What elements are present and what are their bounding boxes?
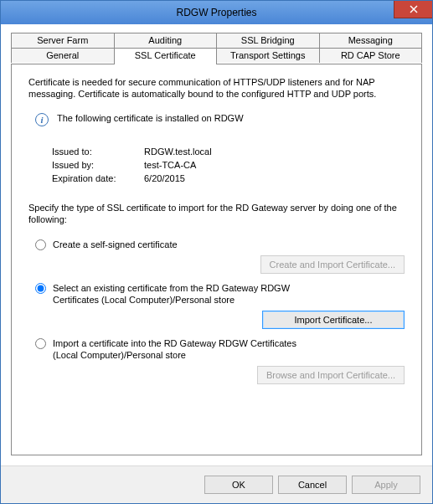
issued-by-value: test-TCA-CA [144,160,196,170]
info-icon: i [35,113,49,126]
tab-ssl-certificate[interactable]: SSL Certificate [114,48,218,64]
cancel-button[interactable]: Cancel [278,476,347,494]
radio-import-certificate[interactable] [35,338,46,349]
close-button[interactable] [394,1,432,18]
tab-messaging[interactable]: Messaging [319,33,423,48]
tab-rd-cap-store[interactable]: RD CAP Store [319,48,423,63]
create-import-certificate-button: Create and Import Certificate... [260,255,405,274]
tab-server-farm[interactable]: Server Farm [11,33,115,48]
title-bar[interactable]: RDGW Properties [1,1,432,24]
radio-select-label: Select an existing certificate from the … [53,282,321,306]
specify-text: Specify the type of SSL certificate to i… [28,202,405,225]
radio-create-label: Create a self-signed certificate [53,239,178,250]
tab-panel-ssl-certificate: Certificate is needed for secure communi… [11,64,422,455]
browse-import-certificate-button: Browse and Import Certificate... [257,366,405,384]
ok-button[interactable]: OK [204,476,273,494]
tab-ssl-bridging[interactable]: SSL Bridging [216,33,320,48]
intro-text: Certificate is needed for secure communi… [28,76,405,100]
installed-certificate-text: The following certificate is installed o… [57,113,244,123]
issued-to-label: Issued to: [52,147,144,157]
radio-create-self-signed[interactable] [35,239,46,250]
tab-general[interactable]: General [11,48,115,63]
tab-transport-settings[interactable]: Transport Settings [216,48,320,63]
tab-strip: Server Farm Auditing SSL Bridging Messag… [11,33,422,64]
close-icon [410,5,418,13]
expiration-label: Expiration date: [52,173,144,183]
expiration-value: 6/20/2015 [144,173,185,183]
apply-button: Apply [352,476,420,494]
issued-by-label: Issued by: [52,160,144,170]
certificate-details: Issued to: RDGW.test.local Issued by: te… [52,147,405,183]
radio-import-label: Import a certificate into the RD Gateway… [53,337,321,361]
dialog-window: RDGW Properties Server Farm Auditing SSL… [0,0,433,504]
window-title: RDGW Properties [176,7,256,18]
issued-to-value: RDGW.test.local [144,147,212,157]
radio-select-existing[interactable] [35,283,46,294]
dialog-footer: OK Cancel Apply [1,465,432,503]
tab-auditing[interactable]: Auditing [114,33,218,48]
import-certificate-button[interactable]: Import Certificate... [262,311,405,329]
